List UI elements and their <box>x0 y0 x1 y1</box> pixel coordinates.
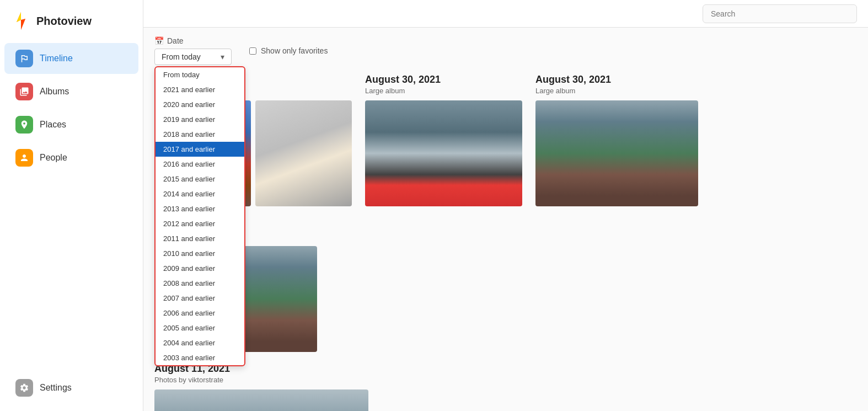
date-filter-label: 📅 Date <box>154 36 232 45</box>
svg-marker-1 <box>17 12 21 22</box>
section-subtitle-2: Large album <box>365 87 522 95</box>
date-selected-value: From today <box>162 52 201 61</box>
search-input[interactable] <box>703 4 857 23</box>
sidebar-item-places[interactable]: Places <box>4 109 138 140</box>
dropdown-item-6[interactable]: 2016 and earlier <box>156 157 244 172</box>
dropdown-item-15[interactable]: 2007 and earlier <box>156 291 244 306</box>
dropdown-item-1[interactable]: 2021 and earlier <box>156 82 244 97</box>
svg-marker-2 <box>21 19 25 30</box>
bottom-sections: August 11, 2021 Photos by viktorstrate ♡ <box>154 363 857 411</box>
photo-section-5: August 11, 2021 Photos by viktorstrate ♡ <box>154 363 368 411</box>
dropdown-item-3[interactable]: 2019 and earlier <box>156 112 244 127</box>
dropdown-item-14[interactable]: 2008 and earlier <box>156 276 244 291</box>
filter-bar: 📅 Date From today ▾ From today 2021 and … <box>154 36 857 65</box>
people-icon <box>15 149 33 167</box>
dropdown-item-19[interactable]: 2003 and earlier <box>156 350 244 365</box>
favorites-filter[interactable]: Show only favorites <box>249 46 328 55</box>
section-title-3: August 30, 2021 <box>535 74 698 86</box>
timeline-icon <box>15 50 33 67</box>
date-dropdown[interactable]: From today 2021 and earlier 2020 and ear… <box>154 66 245 366</box>
chevron-down-icon: ▾ <box>221 52 224 61</box>
logo-icon <box>11 11 31 31</box>
dropdown-item-18[interactable]: 2004 and earlier <box>156 335 244 350</box>
photo-thumb[interactable] <box>255 100 352 206</box>
dropdown-item-5[interactable]: 2017 and earlier <box>156 142 244 157</box>
favorites-label: Show only favorites <box>261 46 328 55</box>
photo-section-2: August 30, 2021 Large album <box>365 74 522 206</box>
section-subtitle-5: Photos by viktorstrate <box>154 376 368 384</box>
sidebar-bottom: Settings <box>0 371 143 404</box>
photo-thumb[interactable] <box>535 100 698 206</box>
header <box>143 0 868 28</box>
dropdown-item-7[interactable]: 2015 and earlier <box>156 172 244 186</box>
sidebar-label-timeline: Timeline <box>40 54 73 63</box>
sidebar-item-settings[interactable]: Settings <box>4 372 138 403</box>
dropdown-item-2[interactable]: 2020 and earlier <box>156 97 244 112</box>
logo-area: Photoview <box>0 7 143 42</box>
sidebar-item-albums[interactable]: Albums <box>4 76 138 107</box>
dropdown-item-0[interactable]: From today <box>156 67 244 82</box>
settings-icon <box>15 379 33 397</box>
dropdown-item-12[interactable]: 2010 and earlier <box>156 246 244 261</box>
photo-grid-2 <box>365 100 522 206</box>
photo-grid-5: ♡ <box>154 389 368 411</box>
photo-thumb[interactable]: ♡ <box>154 389 368 411</box>
dropdown-item-11[interactable]: 2011 and earlier <box>156 231 244 246</box>
dropdown-item-17[interactable]: 2005 and earlier <box>156 321 244 335</box>
dropdown-item-16[interactable]: 2006 and earlier <box>156 306 244 321</box>
photo-section-3: August 30, 2021 Large album <box>535 74 698 206</box>
dropdown-item-9[interactable]: 2013 and earlier <box>156 201 244 216</box>
dropdown-item-13[interactable]: 2009 and earlier <box>156 261 244 276</box>
photo-grid-3 <box>535 100 698 206</box>
content-area: 📅 Date From today ▾ From today 2021 and … <box>143 28 868 411</box>
calendar-icon: 📅 <box>154 36 164 45</box>
dropdown-item-4[interactable]: 2018 and earlier <box>156 127 244 142</box>
sidebar-label-albums: Albums <box>40 87 69 97</box>
section-subtitle-3: Large album <box>535 87 698 95</box>
albums-icon <box>15 83 33 100</box>
dropdown-item-10[interactable]: 2012 and earlier <box>156 216 244 231</box>
places-icon <box>15 116 33 134</box>
top-sections: August 30, 2021 Large album August 30, 2… <box>154 74 857 352</box>
favorites-checkbox[interactable] <box>249 47 256 55</box>
sidebar-item-people[interactable]: People <box>4 142 138 173</box>
sidebar-item-timeline[interactable]: Timeline <box>4 43 138 74</box>
main-area: 📅 Date From today ▾ From today 2021 and … <box>143 0 868 411</box>
sidebar-label-people: People <box>40 153 67 163</box>
photo-thumb[interactable] <box>365 100 522 206</box>
section-title-2: August 30, 2021 <box>365 74 522 86</box>
sidebar-label-settings: Settings <box>40 383 72 393</box>
dropdown-item-8[interactable]: 2014 and earlier <box>156 186 244 201</box>
sidebar-label-places: Places <box>40 120 66 130</box>
date-select-button[interactable]: From today ▾ <box>154 49 232 65</box>
app-title: Photoview <box>36 15 92 28</box>
sidebar: Photoview Timeline Albums Places People … <box>0 0 143 411</box>
date-filter-section: 📅 Date From today ▾ From today 2021 and … <box>154 36 232 65</box>
